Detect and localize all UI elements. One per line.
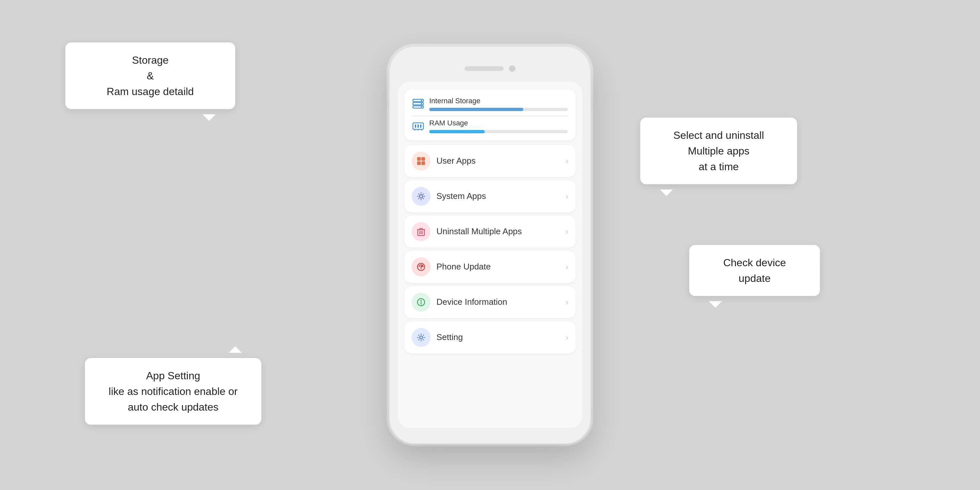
phone-camera (509, 65, 515, 72)
phone-speaker (465, 66, 504, 71)
uninstall-label: Uninstall Multiple Apps (436, 226, 560, 237)
uninstall-icon (412, 222, 431, 241)
bubble-setting-line1: App Setting (98, 368, 248, 383)
bubble-update-line2: update (702, 270, 807, 286)
svg-rect-13 (417, 157, 421, 161)
bubble-storage-line3: Ram usage detaild (78, 84, 222, 99)
ram-icon (412, 120, 424, 132)
menu-item-device-info[interactable]: Device Information › (404, 286, 576, 318)
menu-item-uninstall[interactable]: Uninstall Multiple Apps › (404, 216, 576, 248)
system-apps-chevron: › (565, 191, 568, 202)
svg-point-4 (421, 103, 422, 105)
bubble-setting-line3: auto check updates (98, 399, 248, 415)
svg-rect-8 (417, 124, 419, 128)
bubble-uninstall: Select and uninstall Multiple apps at a … (640, 118, 797, 184)
svg-line-25 (418, 198, 420, 199)
bubble-setting: App Setting like as notification enable … (85, 358, 261, 425)
setting-chevron: › (565, 332, 568, 343)
svg-line-42 (423, 339, 424, 340)
storage-icon (412, 98, 424, 110)
svg-point-36 (420, 336, 423, 339)
internal-storage-info: Internal Storage (429, 97, 568, 111)
ram-progress-fill (429, 130, 485, 133)
svg-line-43 (423, 334, 424, 336)
uninstall-chevron: › (565, 226, 568, 237)
svg-point-5 (421, 107, 422, 108)
svg-rect-16 (422, 161, 425, 165)
device-info-icon (412, 293, 431, 312)
device-info-label: Device Information (436, 297, 560, 307)
svg-line-41 (418, 334, 420, 336)
bubble-uninstall-line2: Multiple apps (653, 143, 784, 159)
svg-rect-15 (417, 161, 421, 165)
user-apps-label: User Apps (436, 156, 560, 166)
svg-line-23 (423, 198, 424, 199)
menu-item-setting[interactable]: Setting › (404, 321, 576, 353)
svg-rect-7 (415, 124, 416, 128)
phone-update-icon (412, 258, 431, 276)
internal-storage-label: Internal Storage (429, 97, 568, 105)
user-apps-chevron: › (565, 156, 568, 166)
svg-point-3 (421, 100, 422, 101)
bubble-uninstall-line3: at a time (653, 159, 784, 175)
ram-usage-row: RAM Usage (412, 119, 568, 133)
scene: Storage & Ram usage detaild Select and u… (0, 0, 980, 490)
svg-rect-9 (420, 124, 422, 128)
phone-shell: Internal Storage (389, 46, 591, 444)
device-info-chevron: › (565, 297, 568, 307)
menu-list: User Apps › (404, 145, 576, 353)
svg-point-17 (420, 195, 423, 198)
internal-storage-row: Internal Storage (412, 97, 568, 111)
bubble-update-line1: Check device (702, 255, 807, 270)
svg-rect-14 (422, 157, 425, 161)
svg-line-44 (418, 339, 420, 340)
setting-icon (412, 328, 431, 347)
phone-update-chevron: › (565, 262, 568, 272)
system-apps-icon (412, 187, 431, 206)
bubble-setting-line2: like as notification enable or (98, 383, 248, 399)
storage-divider (412, 116, 568, 116)
svg-point-35 (420, 299, 422, 301)
storage-progress-bg (429, 108, 568, 111)
storage-ram-card: Internal Storage (404, 89, 576, 140)
bubble-storage-line2: & (78, 68, 222, 84)
phone-screen: Internal Storage (398, 82, 582, 428)
system-apps-label: System Apps (436, 191, 560, 201)
ram-progress-bg (429, 130, 568, 133)
phone-update-label: Phone Update (436, 262, 560, 272)
menu-item-phone-update[interactable]: Phone Update › (404, 251, 576, 283)
bubble-storage-line1: Storage (78, 52, 222, 68)
svg-line-24 (423, 193, 424, 194)
menu-item-system-apps[interactable]: System Apps › (404, 180, 576, 212)
ram-usage-label: RAM Usage (429, 119, 568, 127)
svg-line-22 (418, 193, 420, 194)
bubble-storage: Storage & Ram usage detaild (65, 43, 235, 109)
setting-label: Setting (436, 332, 560, 342)
ram-usage-info: RAM Usage (429, 119, 568, 133)
user-apps-icon (412, 151, 431, 170)
phone-top-bar (398, 65, 582, 72)
bubble-uninstall-line1: Select and uninstall (653, 127, 784, 143)
menu-item-user-apps[interactable]: User Apps › (404, 145, 576, 177)
bubble-update: Check device update (689, 245, 820, 296)
storage-progress-fill (429, 108, 523, 111)
